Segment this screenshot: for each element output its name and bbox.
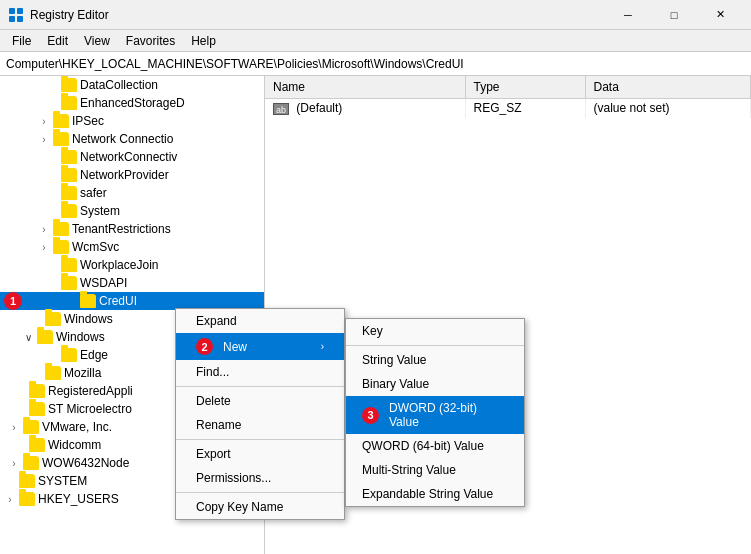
folder-icon (61, 258, 77, 272)
menu-edit[interactable]: Edit (39, 32, 76, 50)
folder-icon (53, 132, 69, 146)
badge-2: 2 (196, 338, 213, 355)
context-find[interactable]: Find... (176, 360, 344, 384)
context-copykeyname[interactable]: Copy Key Name (176, 495, 344, 519)
folder-icon (61, 186, 77, 200)
reg-ab-icon: ab (273, 103, 289, 115)
expand-icon: › (38, 242, 50, 253)
folder-icon (19, 474, 35, 488)
col-name: Name (265, 76, 465, 98)
submenu-new: Key String Value Binary Value 3 DWORD (3… (345, 318, 525, 507)
badge-1: 1 (4, 292, 22, 310)
tree-item-wcmsvc[interactable]: › WcmSvc (0, 238, 264, 256)
folder-icon (61, 150, 77, 164)
expand-icon: › (38, 134, 50, 145)
close-button[interactable]: ✕ (697, 0, 743, 30)
submenu-expandablestring[interactable]: Expandable String Value (346, 482, 524, 506)
reg-type: REG_SZ (465, 98, 585, 118)
context-permissions[interactable]: Permissions... (176, 466, 344, 490)
folder-icon (29, 402, 45, 416)
folder-icon (53, 240, 69, 254)
folder-icon-credui (80, 294, 96, 308)
tree-item-netprovider[interactable]: NetworkProvider (0, 166, 264, 184)
folder-icon (61, 96, 77, 110)
tree-item-netconnection[interactable]: › Network Connectio (0, 130, 264, 148)
title-bar: Registry Editor ─ □ ✕ (0, 0, 751, 30)
reg-data: (value not set) (585, 98, 751, 118)
separator-2 (176, 439, 344, 440)
tree-item-netconnectivity[interactable]: NetworkConnectiv (0, 148, 264, 166)
expand-icon: › (38, 116, 50, 127)
context-menu: Expand 2 New › Find... Delete Rename Exp… (175, 308, 345, 520)
folder-icon (23, 420, 39, 434)
svg-rect-3 (17, 16, 23, 22)
folder-icon (61, 276, 77, 290)
submenu-dword[interactable]: 3 DWORD (32-bit) Value (346, 396, 524, 434)
folder-icon (45, 366, 61, 380)
app-icon (8, 7, 24, 23)
tree-item-safer[interactable]: safer (0, 184, 264, 202)
submenu-binaryvalue[interactable]: Binary Value (346, 372, 524, 396)
svg-rect-0 (9, 8, 15, 14)
context-new[interactable]: 2 New › (176, 333, 344, 360)
svg-rect-2 (9, 16, 15, 22)
menu-file[interactable]: File (4, 32, 39, 50)
folder-icon-edge (61, 348, 77, 362)
menu-favorites[interactable]: Favorites (118, 32, 183, 50)
submenu-qword[interactable]: QWORD (64-bit) Value (346, 434, 524, 458)
col-type: Type (465, 76, 585, 98)
registry-table: Name Type Data ab (Default) REG_SZ (valu… (265, 76, 751, 118)
context-export[interactable]: Export (176, 442, 344, 466)
folder-icon (45, 312, 61, 326)
folder-icon (19, 492, 35, 506)
tree-item-system[interactable]: System (0, 202, 264, 220)
folder-icon (37, 330, 53, 344)
menu-view[interactable]: View (76, 32, 118, 50)
submenu-sep-1 (346, 345, 524, 346)
expand-icon: › (8, 422, 20, 433)
separator-1 (176, 386, 344, 387)
reg-name: ab (Default) (265, 98, 465, 118)
folder-icon (61, 204, 77, 218)
submenu-multistring[interactable]: Multi-String Value (346, 458, 524, 482)
context-delete[interactable]: Delete (176, 389, 344, 413)
col-data: Data (585, 76, 751, 98)
tree-item-datacollection[interactable]: DataCollection (0, 76, 264, 94)
registry-row-default[interactable]: ab (Default) REG_SZ (value not set) (265, 98, 751, 118)
folder-icon (29, 384, 45, 398)
menu-help[interactable]: Help (183, 32, 224, 50)
tree-item-enhancedstorage[interactable]: EnhancedStorageD (0, 94, 264, 112)
tree-item-wsdapi[interactable]: WSDAPI (0, 274, 264, 292)
expand-icon: › (38, 224, 50, 235)
submenu-arrow-icon: › (321, 341, 324, 352)
tree-item-workplacejoin[interactable]: WorkplaceJoin (0, 256, 264, 274)
expand-icon: ∨ (22, 332, 34, 343)
expand-icon: › (4, 494, 16, 505)
separator-3 (176, 492, 344, 493)
folder-icon (23, 456, 39, 470)
maximize-button[interactable]: □ (651, 0, 697, 30)
folder-icon (53, 222, 69, 236)
folder-icon (61, 168, 77, 182)
menu-bar: File Edit View Favorites Help (0, 30, 751, 52)
submenu-key[interactable]: Key (346, 319, 524, 343)
submenu-stringvalue[interactable]: String Value (346, 348, 524, 372)
expand-icon: › (8, 458, 20, 469)
folder-icon (53, 114, 69, 128)
minimize-button[interactable]: ─ (605, 0, 651, 30)
tree-item-tenantrestrictions[interactable]: › TenantRestrictions (0, 220, 264, 238)
address-bar: Computer\HKEY_LOCAL_MACHINE\SOFTWARE\Pol… (0, 52, 751, 76)
window-controls: ─ □ ✕ (605, 0, 743, 30)
window-title: Registry Editor (30, 8, 109, 22)
badge-3: 3 (362, 407, 379, 424)
address-path: Computer\HKEY_LOCAL_MACHINE\SOFTWARE\Pol… (6, 57, 464, 71)
tree-item-ipsec[interactable]: › IPSec (0, 112, 264, 130)
svg-rect-1 (17, 8, 23, 14)
folder-icon (61, 78, 77, 92)
folder-icon (29, 438, 45, 452)
context-rename[interactable]: Rename (176, 413, 344, 437)
context-expand[interactable]: Expand (176, 309, 344, 333)
